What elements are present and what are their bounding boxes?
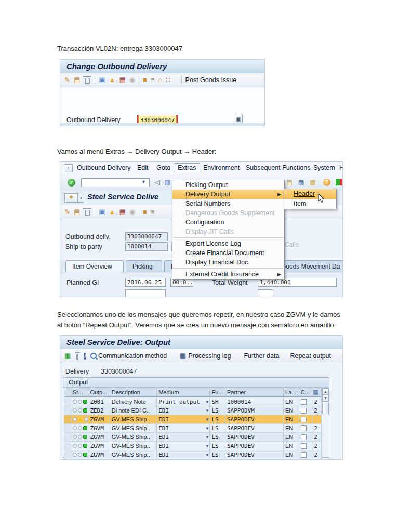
menu-item-export-license-log[interactable]: Export License Log (172, 239, 284, 248)
copy-document-icon[interactable]: ▣ (99, 76, 105, 84)
delete-icon[interactable] (76, 354, 78, 360)
row-selector[interactable] (64, 406, 71, 415)
output-row[interactable]: ZGVM GV-MES Ship.. EDI▼ LS SAPPODEV EN 2 (64, 442, 322, 450)
comm-cell[interactable] (299, 450, 313, 459)
help-icon[interactable]: ? (323, 179, 330, 186)
ship-to-party-value[interactable]: 1000014 (125, 242, 168, 251)
planned-gi-date-input[interactable]: 2016.06.25 (125, 278, 166, 287)
output-row[interactable]: ZGVM GV-MES Ship.. EDI▼ LS SAPPODEV EN 2 (64, 424, 322, 433)
new-session-icon[interactable]: ▦ (298, 179, 304, 186)
menu-item-display-financial-doc[interactable]: Display Financial Doc. (172, 258, 284, 267)
col-comm[interactable]: C... (299, 388, 313, 397)
menu-item-delivery-output[interactable]: Delivery Output▶ (172, 190, 284, 199)
output-row[interactable]: ZGVM GV-MES Ship.. EDI▼ LS SAPPODEV EN 2 (64, 450, 322, 459)
calculate-icon[interactable]: ∷ (166, 76, 170, 84)
comm-cell[interactable] (299, 459, 313, 460)
menu-item-configuration[interactable]: Configuration (172, 218, 284, 227)
insert-output-icon[interactable]: ▦ (64, 352, 71, 360)
screen-icon[interactable]: › (64, 164, 73, 172)
col-description[interactable]: Description (110, 388, 157, 397)
scroll-up-button[interactable]: ▲ (322, 388, 329, 395)
medium-cell[interactable]: EDI▼ (157, 424, 210, 432)
row-selector[interactable] (64, 442, 71, 450)
col-language[interactable]: La... (284, 388, 299, 397)
goods-movement-icon[interactable]: ⌂ (158, 76, 162, 84)
row-selector[interactable] (64, 415, 71, 423)
menu-help[interactable]: H (339, 164, 343, 171)
scroll-thumb[interactable] (322, 403, 329, 414)
output-row-empty[interactable]: ▼ (64, 459, 322, 460)
output-row[interactable]: Z001 Delivery Note Print output▼ SH 1000… (64, 397, 322, 406)
scroll-icon[interactable]: ≡ (151, 76, 155, 84)
submenu-item-header[interactable]: Header (284, 189, 336, 199)
outbound-deliv-value[interactable]: 3303000047 (125, 232, 168, 241)
other-document-icon[interactable]: ▤ (74, 208, 80, 216)
alarm-icon[interactable]: ◉ (129, 208, 135, 216)
medium-cell[interactable]: EDI▼ (157, 415, 210, 423)
row-selector[interactable] (64, 397, 71, 406)
row-selector[interactable] (64, 433, 71, 441)
comm-cell[interactable] (299, 397, 313, 406)
menu-item-external-credit-insurance[interactable]: External Credit Insurance▶ (172, 270, 284, 279)
save-icon[interactable]: ▦ (164, 178, 170, 186)
further-data-button[interactable]: Further data (244, 352, 279, 360)
pack-icon[interactable]: ■ (143, 76, 147, 84)
comm-cell[interactable] (299, 415, 313, 423)
menu-item-create-financial-document[interactable]: Create Financial Document (172, 248, 284, 258)
table-config-icon[interactable]: ▦ (312, 388, 322, 397)
overview-icon[interactable]: ▲ (109, 208, 116, 216)
menu-environment[interactable]: Environment (203, 164, 240, 171)
print-icon[interactable]: ▦ (119, 208, 125, 216)
menu-system[interactable]: System (313, 164, 335, 171)
command-dropdown-icon[interactable]: ▼ (141, 179, 146, 184)
alarm-icon[interactable]: ◉ (129, 76, 135, 84)
menu-edit[interactable]: Edit (137, 164, 149, 171)
services-icon[interactable]: ❖ (64, 193, 78, 203)
medium-cell[interactable]: Print output▼ (157, 397, 210, 406)
display-change-icon[interactable]: ✎ (64, 208, 70, 216)
new-page-icon[interactable]: ▤ (287, 179, 292, 186)
delete-icon[interactable] (85, 210, 90, 216)
menu-item-serial-numbers[interactable]: Serial Numbers (172, 199, 284, 208)
row-selector[interactable] (64, 424, 71, 432)
medium-cell[interactable]: EDI▼ (157, 450, 210, 459)
output-row-selected[interactable]: ZGVM GV-MES Ship.. EDI▼ LS SAPPODEV EN (64, 415, 322, 424)
enter-icon[interactable]: ✓ (68, 179, 75, 187)
back-icon[interactable]: ◁ (155, 178, 160, 186)
other-document-icon[interactable]: ▤ (74, 76, 80, 84)
comm-cell[interactable] (299, 442, 313, 450)
tab-item-overview[interactable]: Item Overview (65, 260, 124, 272)
pack-icon[interactable]: ■ (143, 208, 147, 216)
col-status[interactable]: St... (71, 388, 89, 397)
command-field[interactable] (81, 178, 150, 187)
change-output-button[interactable]: Change output (342, 352, 343, 360)
menu-subsequent-functions[interactable]: Subsequent Functions (246, 164, 310, 171)
comm-cell[interactable] (299, 433, 313, 441)
scroll-down-button[interactable]: ▼ (322, 395, 329, 402)
col-function[interactable]: Fu... (210, 388, 225, 397)
repeat-output-button[interactable]: Repeat output (290, 352, 331, 360)
scroll-icon[interactable]: ≡ (151, 208, 155, 216)
medium-cell[interactable]: EDI▼ (157, 433, 210, 441)
output-row[interactable]: ZED2 Dl note EDI C.. EDI▼ LS SAPPODVM EN… (64, 406, 322, 415)
medium-cell[interactable]: ▼ (157, 459, 210, 460)
comm-cell[interactable] (299, 424, 313, 432)
communication-method-button[interactable]: Communication method (90, 352, 167, 360)
info-icon[interactable]: i (84, 353, 86, 360)
row-selector[interactable] (64, 450, 71, 459)
row-selector[interactable] (64, 459, 71, 460)
col-output-type[interactable]: Outp... (88, 388, 110, 397)
title-dropdown-icon[interactable]: ▾ (78, 195, 84, 203)
medium-cell[interactable]: EDI▼ (157, 406, 210, 415)
post-goods-issue-button[interactable]: Post Goods Issue (185, 76, 237, 84)
output-row[interactable]: ZGVM GV-MES Ship.. EDI▼ LS SAPPODEV EN 2 (64, 433, 322, 442)
col-partner[interactable]: Partner (225, 388, 284, 397)
menu-goto[interactable]: Goto (156, 164, 170, 171)
copy-document-icon[interactable]: ▣ (99, 208, 105, 216)
delete-icon[interactable] (85, 78, 90, 84)
medium-cell[interactable]: EDI▼ (157, 442, 210, 450)
submenu-item-item[interactable]: Item (284, 199, 336, 209)
processing-log-button[interactable]: ▦ Processing log (180, 352, 231, 360)
display-change-icon[interactable]: ✎ (64, 76, 70, 84)
table-scrollbar[interactable]: ▲ ▼ (322, 388, 329, 457)
